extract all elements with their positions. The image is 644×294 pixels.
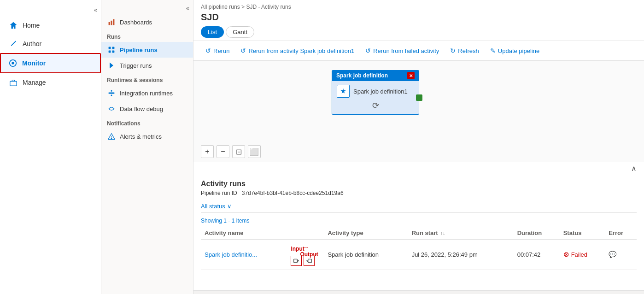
activity-runs-table: Activity name Activity type Run start ↑↓… — [201, 227, 637, 270]
secondary-nav-integration-runtimes[interactable]: Integration runtimes — [101, 85, 193, 101]
rerun-from-failed-button[interactable]: ↺ Rerun from failed activity — [361, 45, 444, 57]
activity-runs-title: Activity runs — [201, 174, 637, 190]
rerun-activity-icon: ↺ — [240, 47, 246, 54]
secondary-nav-trigger-runs[interactable]: Trigger runs — [101, 58, 193, 73]
secondary-nav-dashboards[interactable]: Dashboards — [101, 14, 193, 30]
chart-icon — [107, 18, 116, 27]
svg-point-12 — [111, 90, 112, 92]
notifications-section-label: Notifications — [101, 117, 193, 129]
failed-icon: ⊗ — [563, 250, 569, 259]
showing-label: Showing 1 - 1 items — [201, 215, 637, 227]
zoom-in-button[interactable]: + — [201, 145, 214, 158]
table-row: Spark job definitio... Input Output → → — [201, 240, 637, 270]
svg-rect-3 — [109, 22, 110, 25]
tab-bar: List Gantt — [193, 26, 644, 41]
minimize-button[interactable]: ∧ — [631, 164, 637, 173]
col-io — [287, 227, 324, 240]
home-icon — [9, 21, 18, 30]
monitor-icon — [8, 59, 18, 68]
secondary-nav-pipeline-runs[interactable]: Pipeline runs — [101, 42, 193, 58]
spark-node: Spark job definition ✕ Spark job definit… — [332, 70, 419, 115]
comment-icon[interactable]: 💬 — [609, 251, 616, 258]
svg-rect-17 — [294, 259, 298, 263]
svg-rect-11 — [109, 92, 115, 94]
status-badge: ⊗ Failed — [563, 250, 602, 259]
svg-rect-9 — [109, 51, 111, 53]
svg-rect-5 — [113, 19, 114, 25]
update-pipeline-icon: ✎ — [490, 47, 496, 54]
dataflow-icon — [107, 104, 116, 113]
main-content: All pipeline runs > SJD - Activity runs … — [193, 0, 644, 294]
canvas-area: Spark job definition ✕ Spark job definit… — [193, 61, 644, 162]
sidebar-item-manage[interactable]: Manage — [0, 73, 101, 92]
tab-list[interactable]: List — [201, 26, 224, 38]
fullscreen-button[interactable]: ⬜ — [248, 145, 261, 158]
chevron-down-icon: ∨ — [227, 203, 232, 210]
toolbar: ↺ Rerun ↺ Rerun from activity Spark job … — [193, 41, 644, 61]
bottom-scrollbar[interactable] — [193, 290, 644, 294]
runs-section-label: Runs — [101, 30, 193, 42]
input-arrow: → — [303, 244, 309, 251]
svg-point-16 — [111, 138, 111, 139]
tab-gantt[interactable]: Gantt — [226, 26, 254, 38]
col-activity-name: Activity name — [201, 227, 287, 240]
output-arrow: → — [312, 250, 318, 257]
runtimes-section-label: Runtimes & sessions — [101, 73, 193, 85]
zoom-out-button[interactable]: − — [217, 145, 229, 158]
trigger-icon — [107, 61, 116, 70]
duration-cell: 00:07:42 — [514, 240, 560, 270]
update-pipeline-button[interactable]: ✎ Update pipeline — [486, 45, 544, 57]
pipeline-icon — [107, 45, 116, 54]
run-start-cell: Jul 26, 2022, 5:26:49 pm — [408, 240, 514, 270]
minimize-bar: ∧ — [193, 162, 644, 174]
secondary-nav-collapse[interactable]: « — [101, 2, 193, 14]
status-filter[interactable]: All status ∨ — [201, 200, 637, 213]
pipeline-run-id-value: 37d7e4bf-b3bf-41eb-b8cc-cdee251d19a6 — [242, 190, 344, 196]
sidebar-item-monitor[interactable]: Monitor — [0, 53, 101, 73]
pencil-icon — [9, 39, 18, 48]
rerun-icon: ↺ — [205, 47, 211, 54]
col-status: Status — [560, 227, 605, 240]
sidebar-item-label: Manage — [23, 79, 46, 86]
rerun-from-activity-button[interactable]: ↺ Rerun from activity Spark job definiti… — [236, 45, 359, 57]
spark-node-body: Spark job definition1 ⟳ — [332, 81, 419, 115]
col-activity-type: Activity type — [324, 227, 408, 240]
sidebar-item-home[interactable]: Home — [0, 16, 101, 35]
secondary-nav: « Dashboards Runs Pipeline runs Trigger … — [101, 0, 193, 294]
col-run-start: Run start ↑↓ — [408, 227, 514, 240]
spark-connector — [416, 94, 422, 101]
spark-activity-icon — [337, 85, 350, 98]
left-nav-collapse[interactable]: « — [0, 4, 101, 16]
svg-point-13 — [111, 94, 112, 96]
breadcrumb-link[interactable]: All pipeline runs — [201, 4, 240, 10]
page-title: SJD — [193, 11, 644, 26]
sidebar-item-label: Monitor — [22, 59, 46, 67]
secondary-nav-alerts[interactable]: Alerts & metrics — [101, 129, 193, 144]
left-nav: « Home Author Monitor Manage — [0, 0, 101, 294]
breadcrumb-separator: > — [241, 4, 246, 10]
sort-icon: ↑↓ — [440, 231, 445, 236]
activity-section: Activity runs Pipeline run ID 37d7e4bf-b… — [193, 174, 644, 290]
io-annotation: Input Output → → — [291, 256, 315, 266]
activity-type-cell: Spark job definition — [324, 240, 408, 270]
breadcrumb: All pipeline runs > SJD - Activity runs — [193, 0, 644, 11]
status-cell: ⊗ Failed — [560, 240, 605, 270]
svg-rect-7 — [112, 47, 115, 49]
secondary-nav-data-flow-debug[interactable]: Data flow debug — [101, 101, 193, 117]
sidebar-item-author[interactable]: Author — [0, 35, 101, 53]
activity-name-cell[interactable]: Spark job definitio... — [201, 240, 287, 270]
col-duration: Duration — [514, 227, 560, 240]
fit-button[interactable]: ⊡ — [232, 145, 245, 158]
rerun-button[interactable]: ↺ Rerun — [201, 45, 234, 57]
canvas-controls: + − ⊡ ⬜ — [201, 145, 261, 158]
refresh-button[interactable]: ↻ Refresh — [445, 45, 484, 57]
spark-refresh-indicator: ⟳ — [372, 100, 379, 111]
svg-rect-2 — [10, 81, 17, 86]
error-cell: 💬 — [605, 240, 637, 270]
spark-node-close[interactable]: ✕ — [407, 72, 415, 79]
breadcrumb-current: SJD - Activity runs — [246, 4, 291, 10]
svg-rect-6 — [109, 47, 111, 49]
rerun-failed-icon: ↺ — [365, 47, 371, 54]
sidebar-item-label: Author — [23, 40, 41, 47]
refresh-icon: ↻ — [450, 47, 456, 54]
